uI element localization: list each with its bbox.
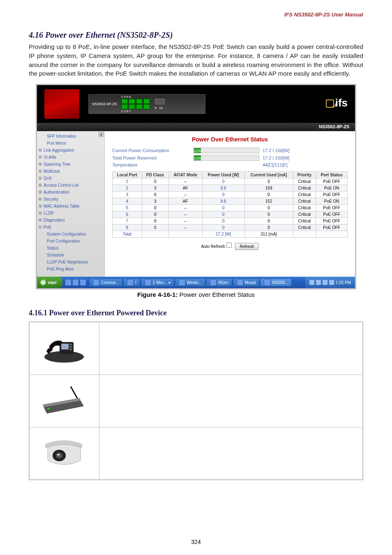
switch-graphic: NS3502-8P-2S 2 4 6 8: [88, 94, 205, 114]
port-num: 2: [121, 95, 123, 99]
table-cell: 0: [142, 224, 168, 231]
ql-icon[interactable]: [72, 279, 79, 286]
table-cell: PoE ON: [316, 198, 348, 205]
table-cell: Total: [113, 231, 142, 238]
table-cell: 3: [142, 185, 168, 192]
port-icon: [129, 104, 135, 109]
sidebar-item[interactable]: Status: [37, 245, 104, 252]
table-cell: 0: [202, 218, 244, 224]
sidebar-item[interactable]: Port Configuration: [37, 238, 104, 245]
screenshot-content: ▴ SFP InformationPort MirrorLink Aggrega…: [37, 131, 355, 277]
sidebar-item[interactable]: System Configuration: [37, 231, 104, 238]
table-cell: --: [168, 224, 202, 231]
port-icon: [121, 104, 128, 109]
table-cell: [293, 231, 316, 238]
taskbar-label: Comma...: [101, 280, 119, 285]
sidebar-item[interactable]: SFP Information: [37, 133, 104, 140]
page-header: IFS NS3502-8P-2S User Manual: [284, 12, 363, 18]
svg-rect-5: [69, 349, 72, 350]
taskbar-button[interactable]: Mcast: [233, 278, 260, 287]
table-cell: 17.2 [W]: [202, 231, 244, 238]
table-cell: 0: [244, 192, 293, 198]
table-cell: Critical: [293, 185, 316, 192]
taskbar-label: IfGen: [218, 280, 228, 285]
table-cell: --: [168, 178, 202, 185]
table-cell: PoE OFF: [316, 224, 348, 231]
app-icon: [210, 279, 217, 286]
ql-icon[interactable]: [65, 279, 71, 286]
table-header: Power Used [W]: [202, 172, 244, 178]
progress-bar: 11%: [194, 155, 259, 161]
sidebar-item[interactable]: PoE: [37, 224, 104, 231]
port-icon: [121, 99, 128, 104]
sidebar-item[interactable]: QoS: [37, 175, 104, 182]
table-cell: 0: [244, 178, 293, 185]
ip-phone-icon: [42, 331, 87, 364]
figure-caption-bold: Figure 4-16-1:: [137, 291, 178, 298]
app-icon: [127, 279, 134, 286]
table-cell: PoE OFF: [316, 178, 348, 185]
start-button[interactable]: start: [37, 277, 62, 288]
table-cell: 0: [142, 218, 168, 224]
status-value: 44[C]/111[F]: [263, 162, 304, 167]
taskbar-button[interactable]: Windo...: [175, 278, 206, 287]
tray-icon[interactable]: [309, 280, 314, 285]
table-row: 23AF8.6159CriticalPoE ON: [113, 185, 348, 192]
sidebar-item[interactable]: Schedule: [37, 252, 104, 259]
refresh-button[interactable]: Refresh: [235, 243, 258, 250]
device-image-cell: [29, 322, 99, 375]
tray-icon[interactable]: [329, 280, 334, 285]
sidebar-item[interactable]: PoE Ping Alive: [37, 266, 104, 273]
table-cell: 0: [244, 224, 293, 231]
port-num: 8: [129, 95, 131, 99]
sidebar-item[interactable]: Diagnostics: [37, 217, 104, 224]
taskbar-button[interactable]: Comma...: [89, 278, 122, 287]
page-number: 324: [0, 539, 392, 545]
sidebar-item[interactable]: Port Mirror: [37, 140, 104, 147]
table-cell: PoE OFF: [316, 218, 348, 224]
table-header: AF/AT Mode: [168, 172, 202, 178]
table-cell: PoE OFF: [316, 192, 348, 198]
tray-icon[interactable]: [316, 280, 321, 285]
taskbar-button[interactable]: IfGen: [206, 278, 232, 287]
status-label: Total Power Reserved: [112, 155, 190, 160]
quick-launch: [62, 279, 89, 286]
ql-icon[interactable]: [80, 279, 86, 286]
taskbar-button[interactable]: 2 Micr... ▾: [141, 278, 174, 287]
table-cell: [142, 231, 168, 238]
sidebar-item[interactable]: Link Aggregation: [37, 147, 104, 154]
device-image-cell: [29, 375, 99, 427]
auto-refresh-label: Auto Refresh: [201, 244, 225, 249]
taskbar-button[interactable]: I: [123, 278, 140, 287]
sidebar-item[interactable]: Security: [37, 196, 104, 203]
tray-icon[interactable]: [323, 280, 327, 285]
sidebar-item[interactable]: LLDP PoE Neighbours: [37, 259, 104, 266]
sidebar-item[interactable]: Authentication: [37, 189, 104, 196]
auto-refresh-checkbox[interactable]: [226, 243, 232, 248]
sidebar-item[interactable]: Multicast: [37, 168, 104, 175]
table-header: Current Used [mA]: [244, 172, 293, 178]
sidebar-item[interactable]: Access Control List: [37, 182, 104, 189]
model-bar: NS3502-8P-2S: [37, 123, 355, 131]
table-cell: 0: [202, 205, 244, 211]
sidebar-item[interactable]: MAC Address Table: [37, 203, 104, 210]
sidebar-item[interactable]: Spanning Tree: [37, 161, 104, 168]
ifs-logo-text: ifs: [335, 97, 348, 109]
taskbar-button[interactable]: NS350...: [260, 278, 292, 287]
port-num: 7: [129, 109, 131, 113]
table-cell: Critical: [293, 205, 316, 211]
sidebar-item[interactable]: VLANs: [37, 154, 104, 161]
table-cell: 7: [113, 218, 142, 224]
table-cell: 8.6: [202, 185, 244, 192]
status-row: Current Power Consumption11%17.2 / 150[W…: [112, 148, 348, 153]
status-value: 17.2 / 150[W]: [263, 148, 304, 153]
table-row: 10--00CriticalPoE OFF: [113, 178, 348, 185]
system-tray: 1:25 PM: [305, 277, 355, 288]
table-cell: 6: [113, 211, 142, 218]
device-desc-cell: [99, 322, 363, 375]
svg-rect-4: [69, 346, 72, 348]
table-row: 60--00CriticalPoE OFF: [113, 211, 348, 218]
table-header: Priority: [293, 172, 316, 178]
sidebar-item[interactable]: LLDP: [37, 210, 104, 217]
port-icon: [129, 99, 135, 104]
